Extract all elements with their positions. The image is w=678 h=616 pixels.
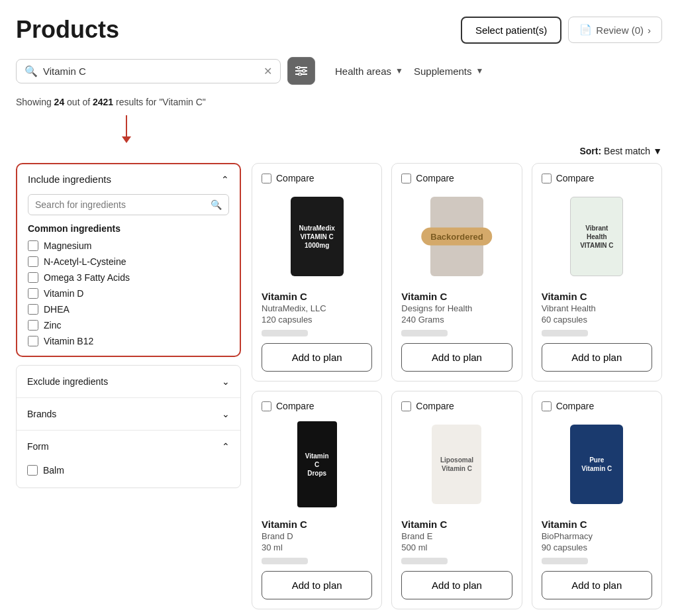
review-button[interactable]: 📄 Review (0) › (568, 17, 662, 43)
omega3-label: Omega 3 Fatty Acids (44, 272, 130, 283)
page-title: Products (16, 16, 119, 44)
filter-dropdowns: Health areas ▼ Supplements ▼ (335, 66, 483, 77)
magnesium-checkbox[interactable] (28, 240, 38, 251)
product-card: Compare NutraMedixVITAMIN C1000mg Vitami… (252, 163, 382, 382)
product-image-container: Vitamin CPowder Backordered (401, 190, 512, 283)
form-section: Form ⌃ Balm (17, 431, 240, 488)
product-image: PureVitamin C (570, 425, 623, 504)
list-item: N-Acetyl-L-Cysteine (28, 256, 229, 267)
compare-row: Compare (542, 401, 652, 411)
results-showing: 24 (54, 97, 65, 107)
product-name: Vitamin C (542, 519, 652, 530)
search-container: 🔍 ✕ (16, 59, 281, 83)
form-header[interactable]: Form ⌃ (17, 431, 240, 462)
brands-chevron: ⌄ (222, 409, 230, 419)
balm-checkbox[interactable] (27, 465, 38, 476)
product-size: 120 capsules (262, 315, 372, 325)
compare-checkbox[interactable] (401, 174, 411, 183)
compare-checkbox[interactable] (542, 401, 552, 411)
add-to-plan-button[interactable]: Add to plan (542, 571, 652, 599)
review-label: Review (0) (596, 25, 644, 36)
list-item: Vitamin D (28, 288, 229, 299)
compare-checkbox[interactable] (542, 174, 552, 183)
product-size: 90 capsules (542, 542, 652, 552)
compare-checkbox[interactable] (262, 174, 271, 183)
omega3-checkbox[interactable] (28, 272, 38, 283)
outside-filter-panel: Exclude ingredients ⌄ Brands ⌄ Form ⌃ (16, 365, 241, 488)
product-image: VibrantHealthVITAMIN C (570, 197, 623, 276)
ingredient-search-container: 🔍 (28, 194, 229, 215)
filter-toggle-button[interactable] (287, 57, 315, 85)
price-placeholder (262, 330, 308, 336)
exclude-ingredients-header[interactable]: Exclude ingredients ⌄ (17, 366, 240, 397)
list-item: Vitamin B12 (28, 336, 229, 346)
product-price (262, 330, 372, 336)
document-icon: 📄 (579, 24, 592, 36)
zinc-checkbox[interactable] (28, 320, 38, 331)
sort-control[interactable]: Sort: Best match ▼ (579, 146, 662, 156)
supplements-dropdown[interactable]: Supplements ▼ (414, 66, 483, 77)
compare-label: Compare (276, 401, 315, 411)
zinc-label: Zinc (44, 320, 61, 331)
chevron-right-icon: › (648, 25, 651, 36)
product-name: Vitamin C (542, 291, 652, 302)
product-price (262, 558, 372, 564)
include-ingredients-section: Include ingredients ⌃ 🔍 Common ingredien… (17, 164, 240, 356)
add-to-plan-button[interactable]: Add to plan (262, 343, 372, 372)
compare-row: Compare (401, 401, 512, 411)
vitamind-checkbox[interactable] (28, 288, 38, 299)
brands-header[interactable]: Brands ⌄ (17, 398, 240, 430)
sidebar: Include ingredients ⌃ 🔍 Common ingredien… (16, 163, 241, 488)
svg-point-5 (299, 73, 301, 76)
compare-checkbox[interactable] (401, 401, 411, 411)
arrow-down-indicator (122, 115, 131, 143)
n-acetyl-checkbox[interactable] (28, 256, 38, 267)
list-item: Zinc (28, 320, 229, 331)
compare-label: Compare (556, 401, 595, 411)
clear-search-button[interactable]: ✕ (264, 65, 272, 77)
balm-label: Balm (43, 465, 64, 476)
search-icon: 🔍 (24, 65, 38, 77)
product-image-container: NutraMedixVITAMIN C1000mg (262, 190, 372, 283)
svg-point-4 (303, 70, 305, 72)
product-size: 30 ml (262, 542, 372, 552)
add-to-plan-button[interactable]: Add to plan (401, 343, 512, 372)
add-to-plan-button[interactable]: Add to plan (262, 571, 372, 599)
dhea-checkbox[interactable] (28, 304, 38, 315)
product-card: Compare Vitamin CPowder Backordered Vita… (391, 163, 522, 382)
product-brand: NutraMedix, LLC (262, 303, 372, 313)
form-content: Balm (17, 462, 240, 488)
list-item: Magnesium (28, 240, 229, 251)
product-image-container: VitaminCDrops (262, 418, 372, 511)
compare-checkbox[interactable] (262, 401, 271, 411)
product-name: Vitamin C (262, 519, 372, 530)
list-item: DHEA (28, 304, 229, 315)
add-to-plan-button[interactable]: Add to plan (401, 571, 512, 599)
compare-row: Compare (401, 173, 512, 183)
vitaminb12-checkbox[interactable] (28, 336, 38, 346)
compare-label: Compare (416, 173, 454, 183)
list-item: Balm (27, 462, 230, 478)
ingredient-list: Magnesium N-Acetyl-L-Cysteine Omega 3 Fa… (28, 240, 229, 346)
price-placeholder (542, 330, 588, 336)
compare-label: Compare (556, 173, 595, 183)
select-patients-button[interactable]: Select patient(s) (461, 17, 561, 44)
product-price (401, 330, 512, 336)
include-ingredients-title: Include ingredients (28, 174, 111, 185)
add-to-plan-button[interactable]: Add to plan (542, 343, 652, 372)
product-name: Vitamin C (401, 291, 512, 302)
ingredient-search-input[interactable] (35, 199, 211, 210)
product-image-container: LiposomalVitamin C (401, 418, 512, 511)
product-card: Compare VibrantHealthVITAMIN C Vitamin C… (532, 163, 662, 382)
product-brand: Designs for Health (401, 303, 512, 313)
product-price (542, 558, 652, 564)
page-header: Products Select patient(s) 📄 Review (0) … (16, 16, 662, 44)
product-price (542, 330, 652, 336)
search-input[interactable] (43, 66, 258, 77)
product-size: 60 capsules (542, 315, 652, 325)
products-grid: Compare NutraMedixVITAMIN C1000mg Vitami… (252, 163, 662, 609)
n-acetyl-label: N-Acetyl-L-Cysteine (44, 256, 126, 267)
include-ingredients-header[interactable]: Include ingredients ⌃ (17, 164, 240, 194)
compare-label: Compare (276, 173, 315, 183)
health-areas-dropdown[interactable]: Health areas ▼ (335, 66, 403, 77)
